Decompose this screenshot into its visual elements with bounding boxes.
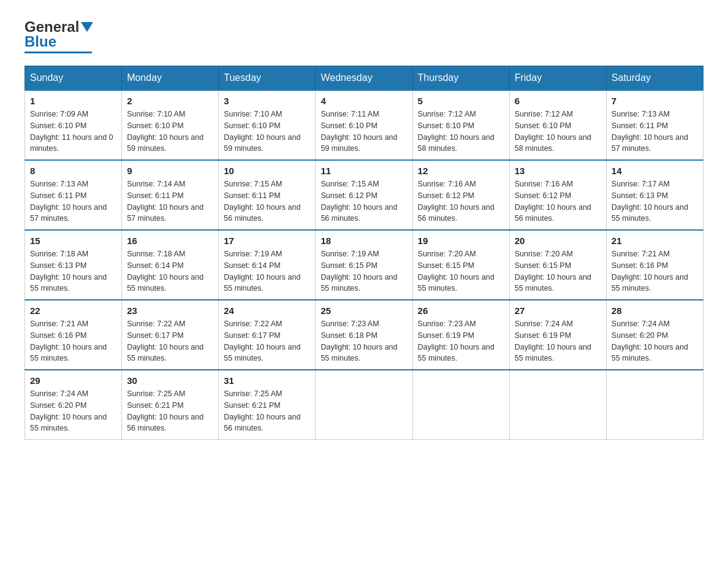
day-number: 25 [320,305,407,316]
calendar-cell: 13 Sunrise: 7:16 AMSunset: 6:12 PMDaylig… [509,160,606,230]
day-number: 7 [612,96,698,106]
calendar-cell [316,370,412,440]
day-info: Sunrise: 7:20 AMSunset: 6:15 PMDaylight:… [515,250,591,293]
day-info: Sunrise: 7:23 AMSunset: 6:19 PMDaylight:… [418,320,495,362]
calendar-cell: 11 Sunrise: 7:15 AMSunset: 6:12 PMDaylig… [316,160,412,230]
day-info: Sunrise: 7:11 AMSunset: 6:10 PMDaylight:… [320,110,397,153]
day-info: Sunrise: 7:19 AMSunset: 6:15 PMDaylight:… [320,250,397,293]
column-header-thursday: Thursday [412,66,509,91]
day-info: Sunrise: 7:18 AMSunset: 6:13 PMDaylight:… [30,250,107,293]
day-number: 22 [30,305,116,316]
day-info: Sunrise: 7:19 AMSunset: 6:14 PMDaylight:… [224,250,300,293]
calendar-cell: 15 Sunrise: 7:18 AMSunset: 6:13 PMDaylig… [25,230,122,300]
day-number: 15 [30,236,116,246]
day-number: 6 [515,96,601,106]
calendar-cell: 22 Sunrise: 7:21 AMSunset: 6:16 PMDaylig… [25,300,122,370]
day-info: Sunrise: 7:13 AMSunset: 6:11 PMDaylight:… [612,110,688,153]
svg-marker-0 [81,22,93,32]
page-header: General Blue [25,18,703,53]
logo-blue-word: Blue [25,33,56,50]
day-info: Sunrise: 7:24 AMSunset: 6:20 PMDaylight:… [30,389,107,432]
calendar-week-row: 22 Sunrise: 7:21 AMSunset: 6:16 PMDaylig… [25,300,703,370]
day-number: 2 [127,96,213,106]
day-info: Sunrise: 7:24 AMSunset: 6:19 PMDaylight:… [515,320,591,362]
day-number: 18 [320,236,407,246]
calendar-cell: 26 Sunrise: 7:23 AMSunset: 6:19 PMDaylig… [412,300,509,370]
calendar-week-row: 8 Sunrise: 7:13 AMSunset: 6:11 PMDayligh… [25,160,703,230]
calendar-cell [412,370,509,440]
calendar-header-row: SundayMondayTuesdayWednesdayThursdayFrid… [25,66,703,91]
day-info: Sunrise: 7:25 AMSunset: 6:21 PMDaylight:… [127,389,203,432]
day-info: Sunrise: 7:24 AMSunset: 6:20 PMDaylight:… [612,320,688,362]
calendar-cell: 16 Sunrise: 7:18 AMSunset: 6:14 PMDaylig… [122,230,219,300]
calendar-cell: 17 Sunrise: 7:19 AMSunset: 6:14 PMDaylig… [219,230,316,300]
day-info: Sunrise: 7:16 AMSunset: 6:12 PMDaylight:… [515,180,591,223]
day-number: 16 [127,236,213,246]
day-number: 19 [418,236,504,246]
column-header-friday: Friday [509,66,606,91]
column-header-saturday: Saturday [606,66,703,91]
calendar-week-row: 29 Sunrise: 7:24 AMSunset: 6:20 PMDaylig… [25,370,703,440]
calendar-cell: 25 Sunrise: 7:23 AMSunset: 6:18 PMDaylig… [316,300,412,370]
calendar-week-row: 1 Sunrise: 7:09 AMSunset: 6:10 PMDayligh… [25,90,703,160]
calendar-cell [509,370,606,440]
day-info: Sunrise: 7:12 AMSunset: 6:10 PMDaylight:… [515,110,591,153]
day-number: 26 [418,305,504,316]
day-info: Sunrise: 7:09 AMSunset: 6:10 PMDaylight:… [30,110,113,153]
day-info: Sunrise: 7:18 AMSunset: 6:14 PMDaylight:… [127,250,203,293]
day-info: Sunrise: 7:22 AMSunset: 6:17 PMDaylight:… [127,320,203,362]
calendar-cell: 7 Sunrise: 7:13 AMSunset: 6:11 PMDayligh… [606,90,703,160]
calendar-cell: 3 Sunrise: 7:10 AMSunset: 6:10 PMDayligh… [219,90,316,160]
day-info: Sunrise: 7:10 AMSunset: 6:10 PMDaylight:… [224,110,300,153]
day-number: 24 [224,305,310,316]
calendar-cell: 24 Sunrise: 7:22 AMSunset: 6:17 PMDaylig… [219,300,316,370]
day-number: 20 [515,236,601,246]
day-number: 31 [224,375,310,386]
logo-triangle-icon [81,22,93,32]
day-number: 8 [30,166,116,176]
day-info: Sunrise: 7:17 AMSunset: 6:13 PMDaylight:… [612,180,688,223]
day-info: Sunrise: 7:21 AMSunset: 6:16 PMDaylight:… [612,250,688,293]
day-number: 12 [418,166,504,176]
day-info: Sunrise: 7:25 AMSunset: 6:21 PMDaylight:… [224,389,300,432]
calendar-week-row: 15 Sunrise: 7:18 AMSunset: 6:13 PMDaylig… [25,230,703,300]
day-info: Sunrise: 7:15 AMSunset: 6:12 PMDaylight:… [320,180,397,223]
day-number: 1 [30,96,116,106]
day-number: 14 [612,166,698,176]
calendar-cell: 6 Sunrise: 7:12 AMSunset: 6:10 PMDayligh… [509,90,606,160]
day-number: 27 [515,305,601,316]
column-header-tuesday: Tuesday [219,66,316,91]
day-info: Sunrise: 7:20 AMSunset: 6:15 PMDaylight:… [418,250,495,293]
calendar-cell: 23 Sunrise: 7:22 AMSunset: 6:17 PMDaylig… [122,300,219,370]
calendar-cell: 12 Sunrise: 7:16 AMSunset: 6:12 PMDaylig… [412,160,509,230]
day-number: 5 [418,96,504,106]
calendar-cell: 2 Sunrise: 7:10 AMSunset: 6:10 PMDayligh… [122,90,219,160]
day-number: 4 [320,96,407,106]
day-number: 21 [612,236,698,246]
day-number: 17 [224,236,310,246]
day-info: Sunrise: 7:16 AMSunset: 6:12 PMDaylight:… [418,180,495,223]
column-header-wednesday: Wednesday [316,66,412,91]
day-info: Sunrise: 7:14 AMSunset: 6:11 PMDaylight:… [127,180,203,223]
day-info: Sunrise: 7:13 AMSunset: 6:11 PMDaylight:… [30,180,107,223]
day-number: 29 [30,375,116,386]
day-info: Sunrise: 7:10 AMSunset: 6:10 PMDaylight:… [127,110,203,153]
calendar-cell: 31 Sunrise: 7:25 AMSunset: 6:21 PMDaylig… [219,370,316,440]
calendar-cell: 30 Sunrise: 7:25 AMSunset: 6:21 PMDaylig… [122,370,219,440]
calendar-cell: 9 Sunrise: 7:14 AMSunset: 6:11 PMDayligh… [122,160,219,230]
day-number: 13 [515,166,601,176]
day-info: Sunrise: 7:23 AMSunset: 6:18 PMDaylight:… [320,320,397,362]
calendar-cell: 14 Sunrise: 7:17 AMSunset: 6:13 PMDaylig… [606,160,703,230]
calendar-cell: 10 Sunrise: 7:15 AMSunset: 6:11 PMDaylig… [219,160,316,230]
day-number: 28 [612,305,698,316]
day-number: 10 [224,166,310,176]
column-header-sunday: Sunday [25,66,122,91]
calendar-cell: 18 Sunrise: 7:19 AMSunset: 6:15 PMDaylig… [316,230,412,300]
day-info: Sunrise: 7:21 AMSunset: 6:16 PMDaylight:… [30,320,107,362]
calendar-cell: 28 Sunrise: 7:24 AMSunset: 6:20 PMDaylig… [606,300,703,370]
day-info: Sunrise: 7:22 AMSunset: 6:17 PMDaylight:… [224,320,300,362]
day-info: Sunrise: 7:15 AMSunset: 6:11 PMDaylight:… [224,180,300,223]
day-number: 9 [127,166,213,176]
day-number: 30 [127,375,213,386]
calendar-table: SundayMondayTuesdayWednesdayThursdayFrid… [25,66,703,440]
